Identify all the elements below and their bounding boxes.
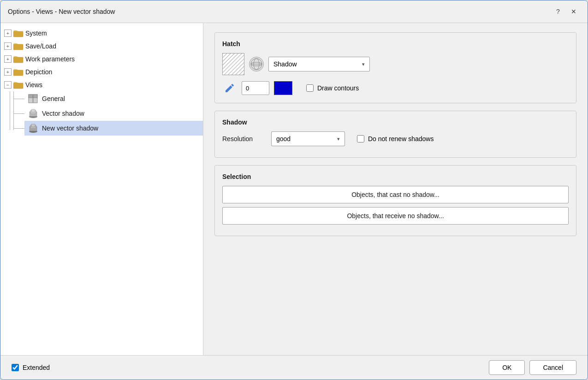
ok-button[interactable]: OK — [489, 360, 525, 375]
resolution-label: Resolution — [222, 135, 264, 142]
svg-rect-8 — [33, 95, 37, 98]
cast-no-shadow-button[interactable]: Objects, that cast no shadow... — [222, 186, 569, 203]
tree-item-depiction[interactable]: + Depiction — [0, 65, 203, 78]
svg-rect-12 — [31, 109, 35, 112]
selection-title: Selection — [222, 173, 569, 180]
folder-icon-system — [13, 29, 24, 37]
svg-rect-16 — [31, 124, 35, 127]
dropdown-arrow-icon: ▾ — [362, 61, 365, 67]
hatch-row-2: 0 Draw contours — [222, 81, 569, 95]
tree-item-views[interactable]: − Views — [0, 78, 203, 91]
globe-svg — [250, 58, 263, 71]
svg-rect-1 — [13, 44, 23, 50]
svg-rect-7 — [29, 95, 33, 98]
folder-icon-depiction — [13, 68, 24, 76]
pencil-svg — [224, 83, 235, 94]
shadow-dropdown-value: Shadow — [273, 60, 297, 68]
selection-section: Selection Objects, that cast no shadow..… — [214, 165, 576, 236]
tree-item-general[interactable]: General — [24, 91, 203, 106]
resolution-row: Resolution good ▾ Do not renew shadows — [222, 131, 569, 146]
general-icon — [28, 94, 38, 104]
resolution-arrow-icon: ▾ — [337, 136, 340, 142]
svg-rect-0 — [13, 31, 23, 37]
folder-icon-workparams — [13, 55, 24, 63]
shadow-dropdown[interactable]: Shadow ▾ — [268, 57, 370, 71]
new-vector-shadow-icon — [28, 123, 38, 133]
resolution-value: good — [276, 135, 291, 142]
hatch-title: Hatch — [222, 40, 569, 48]
hatch-row-1: Shadow ▾ — [222, 53, 569, 75]
bottom-buttons: OK Cancel — [489, 360, 576, 375]
expand-saveload[interactable]: + — [4, 42, 12, 50]
svg-rect-18 — [223, 53, 244, 75]
extended-row: Extended — [12, 364, 50, 371]
color-swatch[interactable] — [274, 81, 292, 95]
tree-label-workparams: Work parameters — [25, 55, 75, 63]
tree-item-system[interactable]: + System — [0, 27, 203, 40]
bottom-bar: Extended OK Cancel — [0, 355, 588, 380]
title-bar: Options - Views - New vector shadow ? ✕ — [0, 0, 588, 23]
right-panel: Hatch — [203, 23, 588, 355]
expand-workparams[interactable]: + — [4, 55, 12, 63]
do-not-renew-checkbox[interactable] — [357, 135, 364, 142]
main-content: + System + Save/Load + — [0, 23, 588, 355]
tree-item-vectorshadow[interactable]: Vector shadow — [24, 106, 203, 121]
close-button[interactable]: ✕ — [567, 5, 580, 18]
svg-rect-3 — [13, 70, 23, 76]
folder-icon-views — [13, 81, 24, 89]
vector-shadow-icon — [28, 108, 38, 119]
help-button[interactable]: ? — [552, 5, 564, 18]
pencil-icon — [222, 81, 237, 95]
tree-item-saveload[interactable]: + Save/Load — [0, 40, 203, 53]
cancel-button[interactable]: Cancel — [529, 360, 576, 375]
draw-contours-label: Draw contours — [317, 84, 359, 92]
hatch-pattern-swatch[interactable] — [222, 53, 244, 75]
dialog-window: Options - Views - New vector shadow ? ✕ … — [0, 0, 588, 380]
expand-views[interactable]: − — [4, 81, 12, 89]
draw-contours-checkbox[interactable] — [306, 84, 314, 92]
draw-contours-row: Draw contours — [306, 84, 359, 92]
expand-system[interactable]: + — [4, 30, 12, 37]
receive-no-shadow-button[interactable]: Objects, that receive no shadow... — [222, 207, 569, 225]
hatch-section: Hatch — [214, 32, 576, 103]
globe-icon — [249, 57, 264, 71]
title-controls: ? ✕ — [552, 5, 580, 18]
shadow-section: Shadow Resolution good ▾ Do not renew sh… — [214, 111, 576, 158]
tree-label-vectorshadow: Vector shadow — [42, 110, 84, 117]
folder-icon-saveload — [13, 42, 24, 50]
dialog-title: Options - Views - New vector shadow — [8, 8, 115, 15]
extended-checkbox[interactable] — [12, 364, 19, 371]
tree-item-workparams[interactable]: + Work parameters — [0, 53, 203, 65]
tree-label-depiction: Depiction — [25, 68, 52, 76]
tree-label-system: System — [25, 30, 47, 37]
do-not-renew-label: Do not renew shadows — [368, 135, 434, 142]
resolution-dropdown[interactable]: good ▾ — [271, 131, 345, 146]
views-children: General Vector shadow — [0, 91, 203, 136]
tree-item-newvectorshadow[interactable]: New vector shadow — [24, 121, 203, 136]
tree-label-saveload: Save/Load — [25, 42, 56, 50]
number-input[interactable]: 0 — [242, 81, 269, 95]
do-not-renew-row: Do not renew shadows — [357, 135, 434, 142]
shadow-title: Shadow — [222, 119, 569, 126]
tree-label-newvectorshadow: New vector shadow — [42, 125, 98, 132]
hatch-svg — [223, 53, 244, 75]
tree-panel: + System + Save/Load + — [0, 23, 203, 355]
tree-label-views: Views — [25, 81, 42, 89]
tree-label-general: General — [42, 95, 65, 102]
extended-label: Extended — [23, 364, 50, 371]
svg-rect-4 — [13, 83, 23, 89]
expand-depiction[interactable]: + — [4, 68, 12, 76]
svg-rect-2 — [13, 57, 23, 63]
